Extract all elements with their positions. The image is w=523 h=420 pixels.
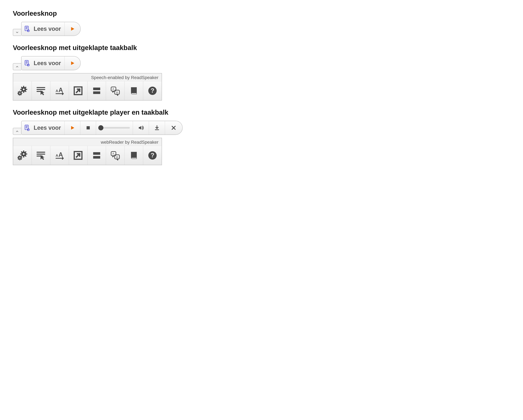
page-mask-button[interactable] (88, 81, 106, 100)
svg-line-66 (18, 156, 19, 157)
read-button-label: Lees voor (34, 60, 61, 66)
settings-button[interactable] (13, 81, 32, 100)
play-button[interactable] (65, 22, 80, 36)
read-button-label: Lees voor (34, 124, 61, 131)
svg-text:あ: あ (116, 156, 118, 158)
help-icon: ? (147, 86, 158, 96)
read-button-main[interactable]: Lees voor (22, 121, 65, 135)
text-size-icon: A A (54, 150, 65, 161)
click-read-button[interactable] (32, 146, 50, 165)
settings-button[interactable] (13, 146, 32, 165)
collapse-toggle[interactable] (13, 63, 21, 70)
section-title-3: Voorleesknop met uitgeklapte player en t… (13, 108, 510, 116)
toolbar: Speech-enabled by ReadSpeaker (13, 73, 162, 100)
click-read-button[interactable] (32, 81, 50, 100)
translate-icon: A あ (110, 86, 120, 96)
play-icon (70, 125, 75, 131)
svg-rect-78 (93, 156, 100, 159)
svg-point-61 (19, 157, 21, 158)
slider-track (99, 127, 130, 129)
gear-icon (17, 85, 28, 96)
download-button[interactable] (149, 121, 165, 135)
toolbar-row: A A (13, 146, 162, 165)
read-button-row-collapsed: Lees voor (13, 22, 510, 36)
svg-line-68 (21, 156, 22, 157)
toolbar-caption: webReader by ReadSpeaker (13, 138, 162, 146)
text-size-button[interactable]: A A (50, 81, 69, 100)
read-button-row-expanded: Lees voor (13, 56, 510, 70)
svg-line-67 (21, 159, 22, 160)
download-icon (154, 125, 160, 131)
svg-text:A: A (56, 89, 58, 93)
help-button[interactable]: ? (143, 146, 162, 165)
page-mask-icon (91, 86, 102, 96)
slider-track-wrap (99, 127, 130, 129)
svg-text:あ: あ (116, 91, 118, 94)
svg-line-24 (18, 91, 19, 92)
readspeaker-icon (24, 124, 31, 132)
page-mask-button[interactable] (88, 146, 106, 165)
svg-rect-35 (93, 88, 100, 90)
chevron-up-icon (15, 65, 19, 68)
close-button[interactable] (165, 121, 182, 135)
popout-button[interactable] (69, 146, 88, 165)
svg-line-25 (21, 94, 22, 95)
book-icon (129, 150, 139, 161)
play-icon (70, 60, 75, 66)
svg-text:A: A (112, 152, 114, 155)
read-button-main[interactable]: Lees voor (22, 57, 65, 70)
dictionary-button[interactable] (125, 146, 143, 165)
svg-text:A: A (56, 154, 58, 157)
popout-button[interactable] (69, 81, 88, 100)
collapse-toggle[interactable] (13, 128, 21, 135)
svg-point-19 (19, 92, 21, 94)
volume-icon (138, 125, 144, 131)
readspeaker-icon (24, 25, 31, 33)
book-icon (129, 86, 139, 96)
stop-button[interactable] (80, 121, 96, 135)
read-button-pill: Lees voor (21, 22, 81, 36)
svg-line-58 (25, 152, 26, 152)
page-mask-icon (91, 150, 102, 161)
help-icon: ? (147, 150, 158, 161)
svg-rect-36 (93, 91, 100, 94)
volume-button[interactable] (133, 121, 149, 135)
svg-line-14 (21, 87, 22, 88)
svg-line-16 (25, 87, 26, 88)
popout-icon (73, 86, 83, 96)
progress-slider[interactable] (96, 121, 133, 135)
svg-rect-48 (87, 126, 90, 129)
translate-icon: A あ (110, 150, 120, 161)
chevron-up-icon (15, 130, 19, 133)
help-button[interactable]: ? (143, 81, 162, 100)
translate-button[interactable]: A あ (106, 146, 125, 165)
gear-icon (17, 150, 28, 161)
play-button[interactable] (65, 57, 80, 70)
read-button-label: Lees voor (34, 25, 61, 32)
translate-button[interactable]: A あ (106, 81, 125, 100)
readspeaker-icon (24, 59, 31, 67)
text-size-icon: A A (54, 86, 65, 96)
read-button-row-player: Lees voor (13, 121, 510, 135)
section-title-1: Voorleesknop (13, 10, 510, 17)
cursor-text-icon (36, 150, 46, 161)
section-title-2: Voorleesknop met uitgeklapte taakbalk (13, 44, 510, 52)
close-icon (171, 125, 176, 131)
play-button[interactable] (65, 121, 80, 135)
svg-line-57 (25, 156, 26, 156)
svg-rect-83 (132, 158, 136, 159)
dictionary-button[interactable] (125, 81, 143, 100)
slider-thumb[interactable] (98, 125, 103, 130)
expand-toggle[interactable] (13, 29, 21, 36)
svg-rect-77 (93, 152, 100, 155)
chevron-down-icon (15, 31, 19, 34)
svg-text:?: ? (151, 87, 154, 94)
read-button-main[interactable]: Lees voor (22, 22, 65, 36)
read-button-pill: Lees voor (21, 56, 81, 70)
player-pill: Lees voor (21, 121, 183, 135)
stop-icon (86, 125, 90, 130)
cursor-text-icon (36, 86, 46, 96)
toolbar-caption: Speech-enabled by ReadSpeaker (13, 74, 162, 81)
text-size-button[interactable]: A A (50, 146, 69, 165)
popout-icon (73, 150, 83, 161)
